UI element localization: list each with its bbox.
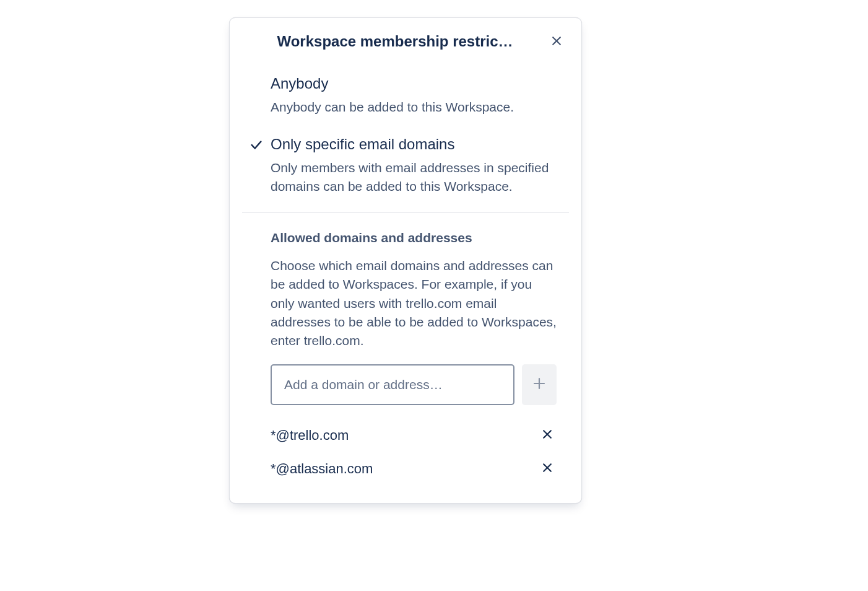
domain-list: *@trello.com *@atlassian.com <box>271 419 569 486</box>
option-desc: Only members with email addresses in spe… <box>271 159 557 196</box>
option-specific-domains[interactable]: Only specific email domains Only members… <box>242 131 569 196</box>
option-body: Only specific email domains Only members… <box>271 134 569 196</box>
option-title: Anybody <box>271 74 557 93</box>
option-check-slot <box>242 74 271 77</box>
option-check-slot <box>242 134 271 154</box>
membership-restrictions-dialog: Workspace membership restric… Anybody An… <box>229 17 582 504</box>
dialog-header: Workspace membership restric… <box>230 18 581 58</box>
domain-text: *@atlassian.com <box>271 461 373 477</box>
add-domain-button[interactable] <box>522 364 557 405</box>
option-desc: Anybody can be added to this Workspace. <box>271 98 557 116</box>
close-icon <box>541 428 553 442</box>
check-icon <box>250 138 263 154</box>
domain-item: *@trello.com <box>271 419 558 452</box>
option-anybody[interactable]: Anybody Anybody can be added to this Wor… <box>242 70 569 117</box>
dialog-title: Workspace membership restric… <box>254 33 545 50</box>
remove-domain-button[interactable] <box>537 425 558 446</box>
remove-domain-button[interactable] <box>537 458 558 479</box>
close-icon <box>550 35 563 49</box>
close-button[interactable] <box>545 30 568 53</box>
option-title: Only specific email domains <box>271 134 557 154</box>
add-domain-row <box>271 364 569 405</box>
domain-text: *@trello.com <box>271 427 349 444</box>
domain-item: *@atlassian.com <box>271 452 558 486</box>
allowed-domains-desc: Choose which email domains and addresses… <box>271 256 569 351</box>
allowed-domains-heading: Allowed domains and addresses <box>271 230 569 245</box>
option-body: Anybody Anybody can be added to this Wor… <box>271 74 569 117</box>
plus-icon <box>532 376 547 393</box>
allowed-domains-section: Allowed domains and addresses Choose whi… <box>230 213 581 486</box>
restriction-options: Anybody Anybody can be added to this Wor… <box>230 58 581 212</box>
domain-input[interactable] <box>271 364 514 405</box>
close-icon <box>541 462 553 476</box>
